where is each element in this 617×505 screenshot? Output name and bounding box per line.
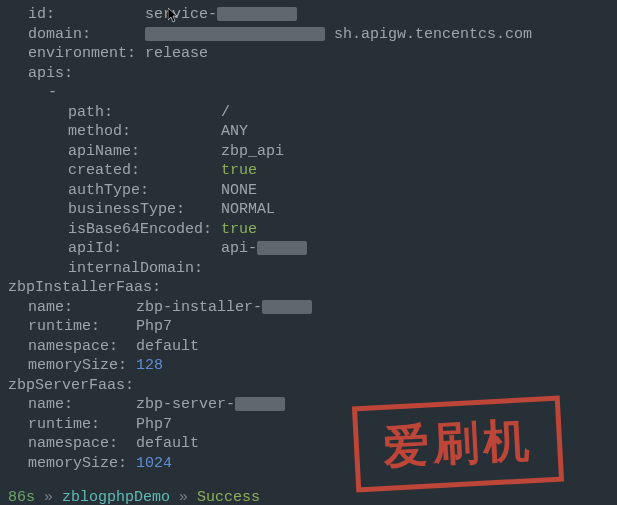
installer-memory-value: 128 xyxy=(136,357,163,374)
server-runtime-key: runtime: xyxy=(28,416,100,433)
id-value: service- xyxy=(145,6,217,23)
domain-blur xyxy=(145,27,325,41)
id-blur xyxy=(217,7,297,21)
apiid-value: api- xyxy=(221,240,257,257)
method-key: method: xyxy=(68,123,131,140)
id-key: id: xyxy=(28,6,55,23)
path-key: path: xyxy=(68,104,113,121)
environment-value: release xyxy=(145,45,208,62)
server-runtime-value: Php7 xyxy=(136,416,172,433)
installer-name-blur xyxy=(262,300,312,314)
installer-section: zbpInstallerFaas: xyxy=(8,278,609,298)
server-name-value: zbp-server- xyxy=(136,396,235,413)
created-key: created: xyxy=(68,162,140,179)
dash-line: - xyxy=(8,83,609,103)
installer-runtime-key: runtime: xyxy=(28,318,100,335)
server-memory-value: 1024 xyxy=(136,455,172,472)
created-line: created: true xyxy=(8,161,609,181)
apiid-line: apiId: api- xyxy=(8,239,609,259)
server-name-line: name: zbp-server- xyxy=(8,395,609,415)
environment-key: environment: xyxy=(28,45,136,62)
installer-namespace-line: namespace: default xyxy=(8,337,609,357)
prompt-line[interactable]: 86s » zblogphpDemo » Success xyxy=(8,488,609,505)
method-line: method: ANY xyxy=(8,122,609,142)
businesstype-line: businessType: NORMAL xyxy=(8,200,609,220)
path-value: / xyxy=(221,104,230,121)
businesstype-key: businessType: xyxy=(68,201,185,218)
created-value: true xyxy=(221,162,257,179)
authtype-value: NONE xyxy=(221,182,257,199)
installer-memory-line: memorySize: 128 xyxy=(8,356,609,376)
isbase64-line: isBase64Encoded: true xyxy=(8,220,609,240)
server-memory-key: memorySize: xyxy=(28,455,127,472)
installer-memory-key: memorySize: xyxy=(28,357,127,374)
authtype-key: authType: xyxy=(68,182,149,199)
environment-line: environment: release xyxy=(8,44,609,64)
prompt-time: 86s xyxy=(8,489,35,505)
installer-name-key: name: xyxy=(28,299,73,316)
prompt-project: zblogphpDemo xyxy=(62,489,170,505)
installer-section-key: zbpInstallerFaas: xyxy=(8,279,161,296)
server-section-key: zbpServerFaas: xyxy=(8,377,134,394)
server-name-key: name: xyxy=(28,396,73,413)
installer-runtime-value: Php7 xyxy=(136,318,172,335)
domain-line: domain: sh.apigw.tencentcs.com xyxy=(8,25,609,45)
apiid-blur xyxy=(257,241,307,255)
server-name-blur xyxy=(235,397,285,411)
id-line: id: service- xyxy=(8,5,609,25)
businesstype-value: NORMAL xyxy=(221,201,275,218)
installer-namespace-key: namespace: xyxy=(28,338,118,355)
installer-runtime-line: runtime: Php7 xyxy=(8,317,609,337)
installer-namespace-value: default xyxy=(136,338,199,355)
apis-line: apis: xyxy=(8,64,609,84)
apiname-key: apiName: xyxy=(68,143,140,160)
dash: - xyxy=(48,84,57,101)
server-namespace-value: default xyxy=(136,435,199,452)
domain-key: domain: xyxy=(28,26,91,43)
server-memory-line: memorySize: 1024 xyxy=(8,454,609,474)
blank-line xyxy=(8,473,609,488)
apis-key: apis: xyxy=(28,65,73,82)
apiname-value: zbp_api xyxy=(221,143,284,160)
apiid-key: apiId: xyxy=(68,240,122,257)
prompt-sep-2: » xyxy=(170,489,197,505)
installer-name-line: name: zbp-installer- xyxy=(8,298,609,318)
path-line: path: / xyxy=(8,103,609,123)
apiname-line: apiName: zbp_api xyxy=(8,142,609,162)
authtype-line: authType: NONE xyxy=(8,181,609,201)
isbase64-key: isBase64Encoded: xyxy=(68,221,212,238)
server-section: zbpServerFaas: xyxy=(8,376,609,396)
prompt-status: Success xyxy=(197,489,260,505)
server-namespace-line: namespace: default xyxy=(8,434,609,454)
installer-name-value: zbp-installer- xyxy=(136,299,262,316)
server-namespace-key: namespace: xyxy=(28,435,118,452)
isbase64-value: true xyxy=(221,221,257,238)
prompt-sep-1: » xyxy=(35,489,62,505)
internaldomain-key: internalDomain: xyxy=(68,260,203,277)
method-value: ANY xyxy=(221,123,248,140)
server-runtime-line: runtime: Php7 xyxy=(8,415,609,435)
internaldomain-line: internalDomain: xyxy=(8,259,609,279)
domain-suffix: sh.apigw.tencentcs.com xyxy=(334,26,532,43)
